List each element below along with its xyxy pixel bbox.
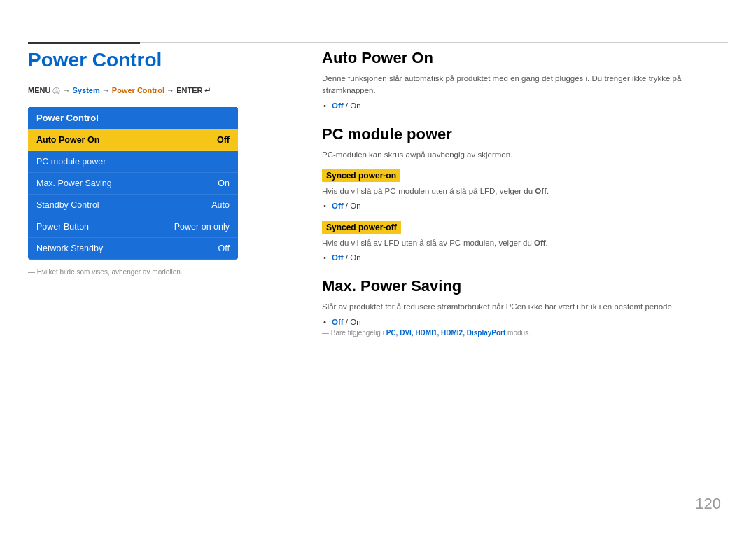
menu-path-system: System xyxy=(73,86,100,94)
menu-item-power-button-label: Power Button xyxy=(36,222,89,232)
top-accent-line xyxy=(28,42,140,44)
auto-power-on-slash: / On xyxy=(346,101,361,110)
menu-item-auto-power-on[interactable]: Auto Power On Off xyxy=(28,129,238,151)
left-note: ― Hvilket bilde som vises, avhenger av m… xyxy=(28,268,294,276)
synced-power-on-slash: / On xyxy=(346,202,361,210)
left-panel: Power Control MENU ㊟ → System → Power Co… xyxy=(28,49,294,276)
synced-power-off-heading: Synced power-off xyxy=(322,221,401,234)
section-auto-power-on-bullet: Off / On xyxy=(332,101,728,110)
menu-item-network-standby[interactable]: Network Standby Off xyxy=(28,238,238,260)
max-power-saving-note: ― Bare tilgjengelig i PC, DVI, HDMI1, HD… xyxy=(322,329,728,337)
synced-power-on-off: Off xyxy=(332,202,344,210)
menu-path-arrow2: → xyxy=(102,86,112,94)
max-power-saving-slash: / On xyxy=(346,318,361,326)
synced-power-off-slash: / On xyxy=(346,253,361,262)
menu-item-pc-module-power[interactable]: PC module power xyxy=(28,151,238,173)
menu-path-enter: ENTER ↵ xyxy=(176,86,211,94)
synced-power-on-heading: Synced power-on xyxy=(322,169,400,182)
page-number: 120 xyxy=(695,495,721,513)
menu-item-standby-control-value: Auto xyxy=(211,200,230,210)
menu-item-max-power-saving-label: Max. Power Saving xyxy=(36,178,112,188)
menu-path-arrow1: ㊟ → xyxy=(52,86,72,94)
section-auto-power-on-desc: Denne funksjonen slår automatisk på prod… xyxy=(322,73,728,97)
menu-item-auto-power-on-value: Off xyxy=(217,135,230,145)
section-auto-power-on-title: Auto Power On xyxy=(322,49,728,67)
menu-path: MENU ㊟ → System → Power Control → ENTER … xyxy=(28,85,294,96)
menu-item-network-standby-label: Network Standby xyxy=(36,244,103,253)
section-max-power-saving-title: Max. Power Saving xyxy=(322,277,728,295)
menu-item-power-button[interactable]: Power Button Power on only xyxy=(28,216,238,238)
menu-item-network-standby-value: Off xyxy=(218,244,230,253)
menu-item-auto-power-on-label: Auto Power On xyxy=(36,135,99,145)
menu-item-max-power-saving[interactable]: Max. Power Saving On xyxy=(28,173,238,195)
synced-power-on-bullet: Off / On xyxy=(332,202,728,210)
menu-path-menu: MENU xyxy=(28,86,52,94)
auto-power-on-off: Off xyxy=(332,101,344,110)
right-panel: Auto Power On Denne funksjonen slår auto… xyxy=(322,49,728,352)
section-pc-module-power-title: PC module power xyxy=(322,125,728,143)
synced-power-off-bullet: Off / On xyxy=(332,253,728,262)
synced-power-off-desc: Hvis du vil slå av LFD uten å slå av PC-… xyxy=(322,237,728,249)
section-pc-module-power: PC module power PC-modulen kan skrus av/… xyxy=(322,125,728,262)
section-max-power-saving-bullet: Off / On xyxy=(332,318,728,326)
max-power-saving-off: Off xyxy=(332,318,344,326)
menu-path-arrow3: → xyxy=(167,86,176,94)
max-power-saving-note-modes: PC, DVI, HDMI1, HDMI2, DisplayPort xyxy=(386,329,506,337)
synced-power-on-desc: Hvis du vil slå på PC-modulen uten å slå… xyxy=(322,185,728,197)
menu-path-powercontrol: Power Control xyxy=(112,86,164,94)
menu-box-header: Power Control xyxy=(28,107,238,129)
section-auto-power-on: Auto Power On Denne funksjonen slår auto… xyxy=(322,49,728,110)
menu-item-max-power-saving-value: On xyxy=(218,178,230,188)
synced-power-off-off: Off xyxy=(332,253,344,262)
menu-item-power-button-value: Power on only xyxy=(174,222,230,232)
menu-box: Power Control Auto Power On Off PC modul… xyxy=(28,107,238,260)
section-max-power-saving-desc: Slår av produktet for å redusere strømfo… xyxy=(322,301,728,313)
page-title: Power Control xyxy=(28,49,294,71)
section-pc-module-power-desc: PC-modulen kan skrus av/på uavhengig av … xyxy=(322,149,728,161)
menu-item-standby-control-label: Standby Control xyxy=(36,200,99,210)
section-max-power-saving: Max. Power Saving Slår av produktet for … xyxy=(322,277,728,336)
menu-item-standby-control[interactable]: Standby Control Auto xyxy=(28,195,238,216)
menu-item-pc-module-power-label: PC module power xyxy=(36,157,106,167)
